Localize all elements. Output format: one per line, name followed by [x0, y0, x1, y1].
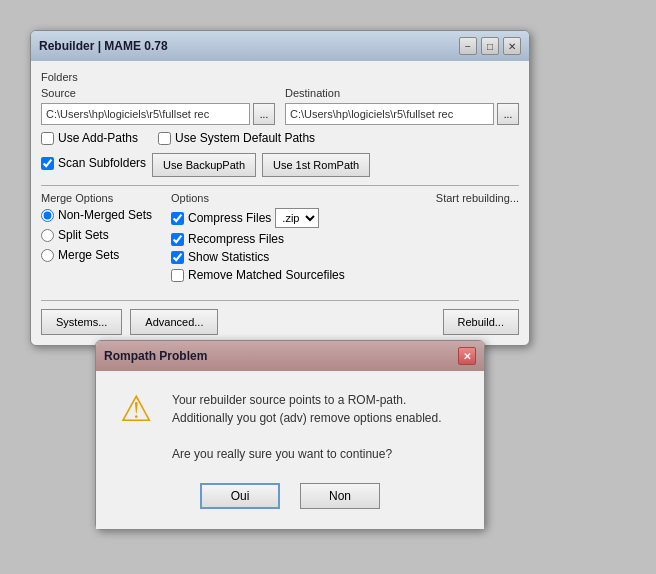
- non-merged-row: Non-Merged Sets: [41, 208, 161, 222]
- title-bar-buttons: − □ ✕: [459, 37, 521, 55]
- source-group: Source ...: [41, 87, 275, 125]
- backup-path-button[interactable]: Use BackupPath: [152, 153, 256, 177]
- dialog-title-buttons: ✕: [458, 347, 476, 365]
- destination-group: Destination ...: [285, 87, 519, 125]
- scan-subfolders-row: Scan Subfolders: [41, 156, 146, 170]
- rebuilder-title: Rebuilder | MAME 0.78: [39, 39, 168, 53]
- split-sets-radio[interactable]: [41, 229, 54, 242]
- right-col-section: Start rebuilding...: [399, 192, 519, 286]
- source-input[interactable]: [41, 103, 250, 125]
- show-statistics-row: Show Statistics: [171, 250, 389, 264]
- use-system-default-label: Use System Default Paths: [175, 131, 315, 145]
- rom-path-button[interactable]: Use 1st RomPath: [262, 153, 370, 177]
- dialog-window: Rompath Problem ✕ ⚠ Your rebuilder sourc…: [95, 340, 485, 530]
- merge-options-label: Merge Options: [41, 192, 161, 204]
- merge-sets-row: Merge Sets: [41, 248, 161, 262]
- dialog-question: Are you really sure you want to continue…: [172, 445, 442, 463]
- destination-input-row: ...: [285, 103, 519, 125]
- advanced-button[interactable]: Advanced...: [130, 309, 218, 335]
- rebuilder-body: Folders Source ... Destination ...: [31, 61, 529, 345]
- non-button[interactable]: Non: [300, 483, 380, 509]
- folders-row: Source ... Destination ...: [41, 87, 519, 125]
- split-sets-row: Split Sets: [41, 228, 161, 242]
- systems-button[interactable]: Systems...: [41, 309, 122, 335]
- path-buttons-row: Scan Subfolders Use BackupPath Use 1st R…: [41, 153, 519, 177]
- dialog-buttons: Oui Non: [116, 483, 464, 509]
- merge-sets-radio[interactable]: [41, 249, 54, 262]
- scan-subfolders-checkbox[interactable]: [41, 157, 54, 170]
- dialog-close-button[interactable]: ✕: [458, 347, 476, 365]
- rebuilder-title-bar: Rebuilder | MAME 0.78 − □ ✕: [31, 31, 529, 61]
- compress-files-checkbox[interactable]: [171, 212, 184, 225]
- remove-matched-checkbox[interactable]: [171, 269, 184, 282]
- destination-input[interactable]: [285, 103, 494, 125]
- remove-matched-label: Remove Matched Sourcefiles: [188, 268, 345, 282]
- use-add-paths-label: Use Add-Paths: [58, 131, 138, 145]
- dialog-content: ⚠ Your rebuilder source points to a ROM-…: [116, 391, 464, 463]
- compress-files-label: Compress Files: [188, 211, 271, 225]
- scan-subfolders-label: Scan Subfolders: [58, 156, 146, 170]
- remove-matched-row: Remove Matched Sourcefiles: [171, 268, 389, 282]
- recompress-files-label: Recompress Files: [188, 232, 284, 246]
- non-merged-radio[interactable]: [41, 209, 54, 222]
- zip-format-select[interactable]: .zip: [275, 208, 319, 228]
- oui-button[interactable]: Oui: [200, 483, 280, 509]
- options-label: Options: [171, 192, 389, 204]
- main-options: Merge Options Non-Merged Sets Split Sets…: [41, 192, 519, 286]
- non-merged-label: Non-Merged Sets: [58, 208, 152, 222]
- minimize-button[interactable]: −: [459, 37, 477, 55]
- use-add-paths-row: Use Add-Paths: [41, 131, 138, 145]
- rebuilder-window: Rebuilder | MAME 0.78 − □ ✕ Folders Sour…: [30, 30, 530, 346]
- source-input-row: ...: [41, 103, 275, 125]
- merge-sets-label: Merge Sets: [58, 248, 119, 262]
- show-statistics-checkbox[interactable]: [171, 251, 184, 264]
- maximize-button[interactable]: □: [481, 37, 499, 55]
- use-add-paths-checkbox[interactable]: [41, 132, 54, 145]
- folders-label: Folders: [41, 71, 519, 83]
- dialog-title-bar: Rompath Problem ✕: [96, 341, 484, 371]
- dialog-line2: Additionally you got (adv) remove option…: [172, 409, 442, 427]
- warning-icon: ⚠: [116, 391, 156, 463]
- source-browse-button[interactable]: ...: [253, 103, 275, 125]
- dialog-body: ⚠ Your rebuilder source points to a ROM-…: [96, 371, 484, 529]
- use-system-default-row: Use System Default Paths: [158, 131, 315, 145]
- dialog-text: Your rebuilder source points to a ROM-pa…: [172, 391, 442, 463]
- recompress-files-checkbox[interactable]: [171, 233, 184, 246]
- merge-options-section: Merge Options Non-Merged Sets Split Sets…: [41, 192, 161, 286]
- dialog-line1: Your rebuilder source points to a ROM-pa…: [172, 391, 442, 409]
- options-section: Options Compress Files .zip Recompress F…: [171, 192, 389, 286]
- start-rebuilding-label: Start rebuilding...: [399, 192, 519, 204]
- destination-browse-button[interactable]: ...: [497, 103, 519, 125]
- source-label: Source: [41, 87, 275, 99]
- destination-label: Destination: [285, 87, 519, 99]
- recompress-row: Recompress Files: [171, 232, 389, 246]
- dialog-title: Rompath Problem: [104, 349, 207, 363]
- section-divider: [41, 185, 519, 186]
- folders-section: Folders Source ... Destination ...: [41, 71, 519, 177]
- split-sets-label: Split Sets: [58, 228, 109, 242]
- compress-files-row: Compress Files .zip: [171, 208, 389, 228]
- rebuild-button[interactable]: Rebuild...: [443, 309, 519, 335]
- show-statistics-label: Show Statistics: [188, 250, 269, 264]
- action-buttons: Systems... Advanced... Rebuild...: [41, 300, 519, 335]
- use-system-default-checkbox[interactable]: [158, 132, 171, 145]
- close-button[interactable]: ✕: [503, 37, 521, 55]
